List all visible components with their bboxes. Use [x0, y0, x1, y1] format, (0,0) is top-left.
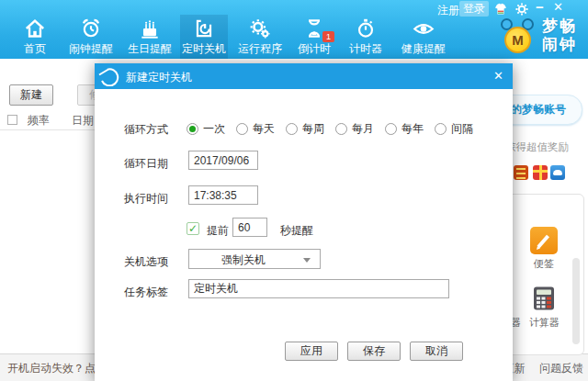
mascot-face: M [504, 27, 531, 53]
remind-checkbox[interactable]: ✓ [187, 222, 199, 235]
exec-time-input[interactable] [188, 185, 258, 205]
feedback-link[interactable]: 问题反馈 [539, 362, 583, 375]
exec-time-label: 执行时间 [124, 191, 168, 207]
login-button[interactable]: 登录 [459, 1, 489, 17]
task-label-input[interactable] [188, 279, 449, 298]
shutdown-option-select[interactable]: 强制关机 [188, 249, 321, 269]
stopwatch-icon [342, 17, 390, 40]
column-frequency: 频率 [28, 113, 50, 129]
tab-label: 定时关机 [180, 41, 228, 57]
remind-seconds-input[interactable] [232, 218, 267, 237]
sign-in-icon[interactable] [514, 165, 528, 180]
tools-scrollbar[interactable] [572, 258, 580, 344]
tab-scheduled-shutdown[interactable]: 定时关机 [180, 15, 228, 59]
tab-label: 运行程序 [232, 41, 288, 57]
close-window-button[interactable]: ✕ [553, 0, 570, 14]
tab-home[interactable]: 首页 [11, 15, 59, 59]
loop-mode-label: 循环方式 [124, 122, 168, 138]
countdown-badge: 1 [322, 31, 334, 42]
tab-label: 闹钟提醒 [62, 41, 119, 57]
brand-name: 梦畅 闹钟 [542, 17, 577, 54]
navbar: 注册 登录 − ✕ 首页 闹钟提醒 生日提醒 定时关机 [0, 0, 588, 59]
tab-label: 健康提醒 [395, 41, 452, 57]
shutdown-icon [180, 17, 228, 40]
loop-date-label: 循环日期 [124, 156, 168, 172]
home-icon [11, 17, 59, 40]
remind-after-label: 秒提醒 [280, 223, 313, 239]
settings-gear-icon[interactable] [514, 2, 531, 16]
sticky-note-label[interactable]: 便签 [534, 257, 554, 271]
chevron-down-icon [303, 258, 311, 263]
new-scheduled-shutdown-dialog: 新建定时关机 ✕ 循环方式 一次 每天 每周 每月 每年 间隔 循环日期 执行时… [95, 63, 513, 381]
radio-once[interactable]: 一次 [187, 121, 225, 137]
promo-icon[interactable] [550, 165, 565, 180]
gift-icon[interactable] [533, 165, 548, 180]
calculator-icon[interactable] [530, 285, 558, 312]
alarm-clock-mascot-icon: M [498, 18, 538, 57]
app-brand: M 梦畅 闹钟 [496, 17, 586, 59]
cancel-button[interactable]: 取消 [410, 342, 463, 361]
column-date: 日期 [72, 113, 94, 129]
loop-mode-radio-group: 一次 每天 每周 每月 每年 间隔 [187, 121, 473, 137]
shutdown-option-value: 强制关机 [189, 252, 298, 268]
radio-weekly[interactable]: 每周 [286, 121, 324, 137]
apply-button[interactable]: 应用 [285, 342, 338, 361]
radio-yearly[interactable]: 每年 [385, 121, 424, 137]
minimize-button[interactable]: − [536, 0, 552, 13]
tab-timer[interactable]: 计时器 [342, 15, 390, 59]
tab-label: 生日提醒 [121, 41, 178, 57]
radio-daily[interactable]: 每天 [236, 121, 275, 137]
dialog-title: 新建定时关机 [126, 70, 192, 85]
gears-icon [232, 17, 288, 40]
task-list-panel: 新建 修改 频率 日期 [0, 59, 101, 353]
tab-label: 倒计时 [292, 41, 336, 57]
radio-monthly[interactable]: 每月 [335, 121, 374, 137]
dialog-close-icon[interactable]: ✕ [493, 69, 503, 84]
tab-health-reminder[interactable]: 健康提醒 [395, 15, 452, 59]
tab-alarm-reminder[interactable]: 闹钟提醒 [62, 15, 119, 59]
tab-label: 首页 [11, 41, 59, 57]
tab-countdown[interactable]: 1 倒计时 [292, 15, 336, 59]
dialog-power-icon [98, 66, 122, 89]
birthday-cake-icon [121, 17, 178, 40]
task-list-header: 频率 日期 [0, 110, 101, 130]
remind-before-label: 提前 [207, 223, 229, 239]
new-task-button[interactable]: 新建 [9, 84, 53, 106]
tab-run-program[interactable]: 运行程序 [232, 15, 288, 59]
calculator-label[interactable]: 计算器 [529, 316, 560, 330]
sticky-note-icon[interactable] [530, 227, 558, 254]
task-label-label: 任务标签 [124, 285, 168, 300]
loop-date-input[interactable] [188, 151, 258, 170]
shutdown-option-label: 关机选项 [124, 254, 168, 270]
alarm-icon [62, 17, 119, 40]
skin-icon[interactable] [492, 3, 509, 17]
tab-birthday-reminder[interactable]: 生日提醒 [121, 15, 178, 59]
reward-text: 获得超值奖励 [505, 140, 569, 154]
eye-icon [395, 17, 452, 40]
save-button[interactable]: 保存 [347, 342, 401, 361]
tab-label: 计时器 [342, 41, 390, 57]
boot-startup-help-link[interactable]: 开机启动失效？点击 [7, 361, 107, 376]
radio-interval[interactable]: 间隔 [435, 121, 473, 137]
dialog-titlebar: 新建定时关机 ✕ [95, 63, 513, 89]
select-all-checkbox[interactable] [7, 115, 17, 125]
